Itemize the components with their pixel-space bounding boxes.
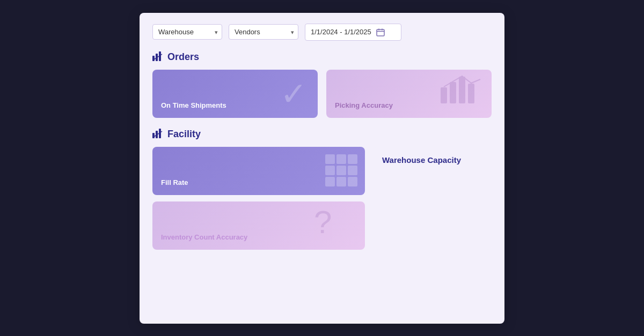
inventory-count-card[interactable]: ? Inventory Count Accuracy	[152, 201, 365, 250]
inventory-bg-icon: ?	[311, 203, 354, 248]
date-range-input[interactable]: 1/1/2024 - 1/1/2025	[305, 24, 401, 41]
warehouse-select[interactable]: Warehouse	[152, 24, 222, 40]
facility-section-header: Facility	[152, 129, 492, 140]
svg-rect-10	[459, 77, 465, 103]
facility-row: Fill Rate ? Inventory Count Accuracy War…	[152, 147, 492, 250]
on-time-shipments-card[interactable]: ✓ On Time Shipments	[152, 70, 318, 118]
orders-title: Orders	[167, 51, 199, 63]
facility-chart-icon	[152, 129, 163, 140]
facility-right-col: Warehouse Capacity	[374, 147, 492, 250]
facility-left-col: Fill Rate ? Inventory Count Accuracy	[152, 147, 365, 250]
vendors-select-wrapper[interactable]: Vendors	[229, 24, 298, 40]
facility-title: Facility	[167, 129, 201, 140]
vendors-select[interactable]: Vendors	[229, 24, 298, 40]
orders-chart-icon	[152, 51, 163, 63]
orders-section-header: Orders	[152, 51, 492, 63]
inventory-count-label: Inventory Count Accuracy	[161, 233, 356, 241]
orders-cards-row: ✓ On Time Shipments Picking Accuracy	[152, 70, 492, 118]
svg-rect-11	[468, 84, 474, 103]
warehouse-capacity-card[interactable]: Warehouse Capacity	[374, 147, 492, 250]
picking-accuracy-label: Picking Accuracy	[335, 101, 483, 109]
warehouse-select-wrapper[interactable]: Warehouse	[152, 24, 222, 40]
calendar-icon[interactable]	[376, 27, 385, 37]
svg-rect-9	[450, 82, 456, 103]
date-range-text: 1/1/2024 - 1/1/2025	[311, 28, 371, 36]
svg-rect-0	[377, 29, 384, 36]
main-panel: Warehouse Vendors 1/1/2024 - 1/1/2025	[140, 13, 504, 324]
warehouse-capacity-label: Warehouse Capacity	[382, 155, 461, 165]
fill-rate-label: Fill Rate	[161, 178, 356, 186]
fill-rate-card[interactable]: Fill Rate	[152, 147, 365, 195]
picking-accuracy-card[interactable]: Picking Accuracy	[326, 70, 492, 118]
on-time-shipments-label: On Time Shipments	[161, 101, 309, 109]
filter-bar: Warehouse Vendors 1/1/2024 - 1/1/2025	[152, 24, 492, 41]
